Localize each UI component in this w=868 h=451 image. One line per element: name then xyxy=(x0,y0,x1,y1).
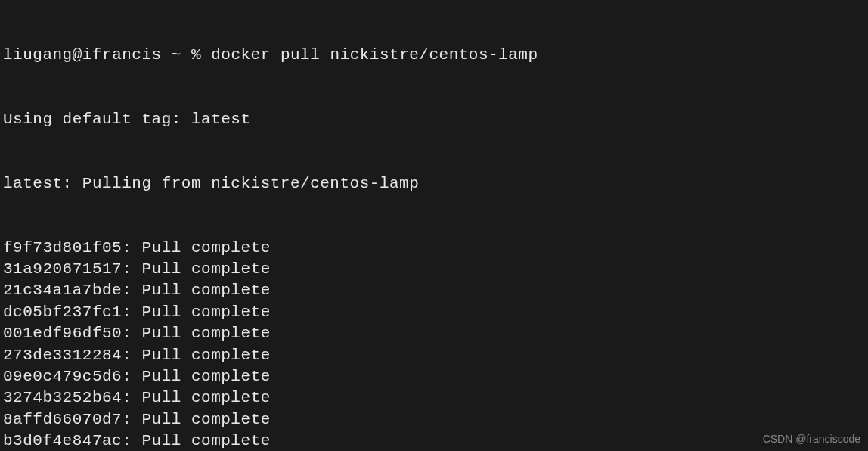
watermark: CSDN @franciscode xyxy=(763,432,860,446)
prompt-command: docker pull nickistre/centos-lamp xyxy=(211,46,538,64)
layer-lines: f9f73d801f05: Pull complete31a920671517:… xyxy=(3,238,865,451)
pulling-line: latest: Pulling from nickistre/centos-la… xyxy=(3,173,865,194)
layer-line: b3d0f4e847ac: Pull complete xyxy=(3,431,865,451)
prompt-symbol: % xyxy=(191,46,201,64)
layer-line: 8affd66070d7: Pull complete xyxy=(3,409,865,431)
prompt-host: ifrancis xyxy=(82,46,162,64)
layer-line: 273de3312284: Pull complete xyxy=(3,345,865,366)
layer-line: 09e0c479c5d6: Pull complete xyxy=(3,366,865,387)
layer-line: 001edf96df50: Pull complete xyxy=(3,323,865,344)
layer-line: dc05bf237fc1: Pull complete xyxy=(3,302,865,323)
layer-line: 3274b3252b64: Pull complete xyxy=(3,387,865,409)
layer-line: f9f73d801f05: Pull complete xyxy=(3,238,865,259)
prompt-path: ~ xyxy=(172,46,181,64)
prompt-user: liugang xyxy=(3,46,73,64)
layer-line: 21c34a1a7bde: Pull complete xyxy=(3,280,865,301)
terminal-output[interactable]: liugang@ifrancis ~ % docker pull nickist… xyxy=(3,2,865,451)
layer-line: 31a920671517: Pull complete xyxy=(3,259,865,280)
prompt-line: liugang@ifrancis ~ % docker pull nickist… xyxy=(3,45,865,66)
tag-line: Using default tag: latest xyxy=(3,109,865,130)
